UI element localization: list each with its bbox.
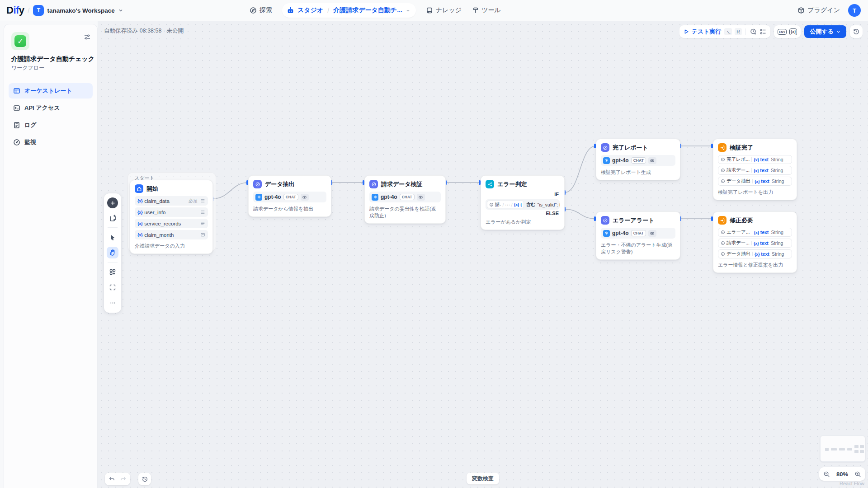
if-branch-label: IF [486,192,560,198]
llm-node-icon [601,216,609,225]
node-description: エラーがあるか判定 [486,219,560,225]
log-icon [13,122,20,129]
current-app-name[interactable]: 介護請求データ自動チ... [333,6,402,14]
node-complete-report[interactable]: 完了レポート gpt-4o CHAT 検証完了レポート生成 [596,139,680,180]
sidebar-item-logs[interactable]: ログ [9,117,93,133]
zoom-out-button[interactable] [823,471,830,478]
sidebar-item-orchestrate[interactable]: オーケストレート [9,83,93,99]
start-field-claim-month[interactable]: {x} claim_month [135,230,208,239]
minimap[interactable] [820,436,865,462]
output-row[interactable]: データ抽出 {x} text String [718,177,792,186]
autosave-status: 自動保存済み 08:38:58 · 未公開 [104,27,184,35]
zoom-in-button[interactable] [854,471,861,478]
variable-inspect-button[interactable]: 変数検査 [467,473,499,484]
test-run-button[interactable]: テスト実行 [683,28,722,36]
gpt-4o-icon [372,194,378,201]
node-end-fix-needed[interactable]: 修正必要 エラーア... {x} text String 請求デー... {x}… [713,211,797,273]
condition-row[interactable]: 請. / ⋯ / {x} t 含む "is_valid": true [486,199,560,210]
llm-node-icon [601,143,609,152]
version-history-button[interactable] [850,25,863,38]
variable-icon: {x} [754,241,759,246]
node-error-check[interactable]: エラー判定 IF 請. / ⋯ / {x} t 含む "is_valid": t… [481,175,565,230]
change-history-button[interactable] [138,473,151,485]
add-note-button[interactable] [107,212,118,224]
short-text-icon [200,232,205,237]
shortcut-r-key: R [735,28,742,35]
chat-badge: CHAT [631,230,646,236]
add-node-button[interactable] [107,197,118,208]
undo-button[interactable] [108,476,115,483]
organize-blocks-button[interactable] [107,266,118,278]
hammer-icon [472,7,479,14]
nav-knowledge[interactable]: ナレッジ [426,6,462,14]
hand-tool-button[interactable] [107,247,118,258]
node-start[interactable]: 開始 {x} claim_data 必須 {x} user_info {x} s… [130,180,213,254]
start-node-icon [135,184,143,193]
conversation-variables-icon[interactable]: {x} [789,28,797,35]
node-title: エラー判定 [497,180,527,188]
gpt-4o-icon [603,230,610,237]
node-description: 請求データの妥当性を検証(返戻防止) [369,206,441,219]
model-selector[interactable]: gpt-4o CHAT [253,192,326,202]
nav-plugins[interactable]: プラグイン [797,6,840,14]
node-validate[interactable]: 請求データ検証 gpt-4o CHAT 請求データの妥当性を検証(返戻防止) [364,175,446,224]
end-node-icon [718,143,726,152]
paragraph-icon [200,198,205,203]
output-row[interactable]: データ抽出 {x} text String [718,249,792,258]
sidebar-item-api[interactable]: API アクセス [9,100,93,116]
app-sidebar: ✓ 介護請求データ自動チェック ワークフロー オーケストレート API アクセス… [4,24,98,488]
app-title: 介護請求データ自動チェック [11,55,93,63]
node-title: 修正必要 [730,216,753,225]
vision-icon [301,194,309,201]
start-field-user-info[interactable]: {x} user_info [135,207,208,217]
publish-button[interactable]: 公開する [804,25,846,38]
node-data-extract[interactable]: データ抽出 gpt-4o CHAT 請求データから情報を抽出 [248,175,331,217]
end-node-icon [718,216,726,225]
node-description: エラー情報と修正提案を出力 [718,262,792,268]
more-options-button[interactable] [107,297,118,309]
dify-logo[interactable]: Dify [6,5,24,16]
studio-app-pill[interactable]: スタジオ / 介護請求データ自動チ... [282,3,416,18]
pointer-tool-button[interactable] [107,231,118,243]
workflow-canvas[interactable]: 自動保存済み 08:38:58 · 未公開 テスト実行 ⌥ R ENV {x} … [98,21,868,488]
redo-button[interactable] [120,476,127,483]
chevron-down-icon [406,8,410,13]
app-icon[interactable]: ✓ [11,32,29,50]
node-error-alert[interactable]: エラーアラート gpt-4o CHAT エラー・不備のアラート生成(返戻リスク警… [596,211,680,260]
node-ref-icon [721,157,725,162]
vision-icon [648,230,656,237]
env-variables-icon[interactable]: ENV [778,29,787,35]
output-row[interactable]: 完了レポ... {x} text String [718,155,792,164]
chat-badge: CHAT [631,157,646,164]
variable-icon: {x} [137,232,142,237]
react-flow-attribution: React Flow [840,481,864,486]
canvas-tool-palette [104,193,121,313]
output-row[interactable]: 請求デー... {x} text String [718,166,792,175]
model-selector[interactable]: gpt-4o CHAT [601,228,675,239]
output-row[interactable]: 請求デー... {x} text String [718,239,792,248]
output-row[interactable]: エラーア... {x} text String [718,228,792,237]
node-description: エラー・不備のアラート生成(返戻リスク警告) [601,242,675,255]
nav-explore[interactable]: 探索 [250,6,272,14]
user-avatar[interactable]: T [848,4,861,17]
node-end-verified[interactable]: 検証完了 完了レポ... {x} text String 請求デー... {x}… [713,139,797,200]
gpt-4o-icon [603,157,610,164]
header-right: プラグイン T [797,4,861,17]
zoom-level[interactable]: 80% [836,471,848,478]
nav-tools[interactable]: ツール [472,6,501,14]
llm-node-icon [253,180,262,188]
model-selector[interactable]: gpt-4o CHAT [369,192,441,202]
node-description: 検証完了レポート生成 [601,169,675,176]
start-field-service-records[interactable]: {x} service_records [135,219,208,228]
checklist-icon[interactable] [760,28,767,35]
main-nav: 探索 スタジオ / 介護請求データ自動チ... ナレッジ ツール [250,0,501,21]
model-selector[interactable]: gpt-4o CHAT [601,155,675,166]
fit-view-button[interactable] [107,282,118,293]
sidebar-item-monitoring[interactable]: 監視 [9,135,93,150]
nav-studio[interactable]: スタジオ [297,6,323,14]
app-settings-icon[interactable] [84,33,91,41]
start-field-claim-data[interactable]: {x} claim_data 必須 [135,196,208,206]
run-history-icon[interactable] [750,28,757,35]
workspace-name: tanamako's Workspace [47,7,114,14]
workspace-selector[interactable]: T tanamako's Workspace [33,5,123,16]
